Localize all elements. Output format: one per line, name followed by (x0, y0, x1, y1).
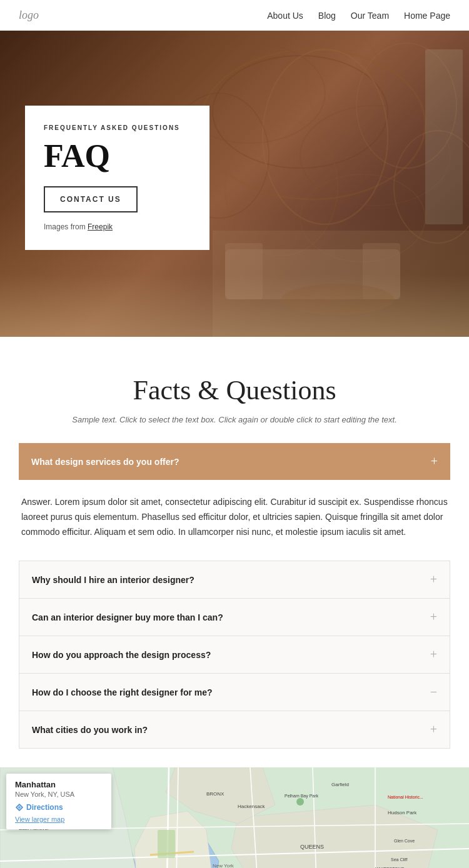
svg-text:BRONX: BRONX (206, 791, 224, 797)
svg-text:Hackensack: Hackensack (238, 804, 266, 809)
navbar: logo About Us Blog Our Team Home Page (0, 0, 469, 31)
faq-open-icon: + (431, 454, 438, 469)
svg-text:National Historic...: National Historic... (388, 795, 423, 799)
nav-blog[interactable]: Blog (318, 11, 336, 21)
view-larger-map-link[interactable]: View larger map (15, 816, 103, 823)
directions-label[interactable]: Directions (26, 803, 63, 812)
image-credit: Images from Freepik (44, 222, 191, 231)
contact-us-button[interactable]: CONTACT US (44, 186, 138, 212)
faq-item-3[interactable]: How do I choose the right designer for m… (19, 674, 450, 711)
faq-item-icon-3: − (430, 685, 437, 699)
faq-section: Facts & Questions Sample text. Click to … (0, 337, 469, 767)
svg-text:Garfield: Garfield (331, 782, 349, 787)
map-directions-button[interactable]: Directions (15, 803, 103, 812)
svg-text:QUEENS: QUEENS (300, 844, 324, 850)
hero-card: FREQUENTLY ASKED QUESTIONS FAQ CONTACT U… (25, 106, 209, 250)
faq-item-label-4: What cities do you work in? (32, 725, 148, 735)
svg-point-0 (200, 49, 425, 199)
faq-item-label-1: Can an interior designer buy more than I… (32, 612, 223, 622)
faq-answer: Answer. Lorem ipsum dolor sit amet, cons… (19, 480, 450, 554)
faq-item-1[interactable]: Can an interior designer buy more than I… (19, 599, 450, 636)
faq-item-label-2: How do you approach the design process? (32, 650, 211, 660)
svg-text:Glen Cove: Glen Cove (394, 839, 415, 843)
map-section: MANHATTAN BROOKLYN QUEENS Newark BRONX N… (0, 767, 469, 868)
svg-text:Pelham Bay Park: Pelham Bay Park (285, 794, 319, 799)
faq-item-2[interactable]: How do you approach the design process? … (19, 636, 450, 674)
map-popup: Manhattan New York, NY, USA Directions V… (6, 774, 111, 829)
faq-item-icon-4: + (430, 722, 437, 737)
nav-about[interactable]: About Us (267, 11, 303, 21)
faq-item-0[interactable]: Why should I hire an interior designer? … (19, 561, 450, 599)
hero-section: FREQUENTLY ASKED QUESTIONS FAQ CONTACT U… (0, 31, 469, 337)
nav-home[interactable]: Home Page (404, 11, 450, 21)
faq-item-4[interactable]: What cities do you work in? + (19, 711, 450, 748)
nav-links: About Us Blog Our Team Home Page (267, 10, 450, 21)
svg-text:Sea Cliff: Sea Cliff (391, 857, 407, 862)
svg-text:Hudson Park: Hudson Park (388, 810, 417, 816)
faq-item-label-3: How do I choose the right designer for m… (32, 687, 213, 697)
faq-open-item[interactable]: What design services do you offer? + (19, 443, 450, 480)
svg-point-37 (296, 798, 304, 806)
map-popup-subtitle: New York, NY, USA (15, 791, 103, 798)
logo: logo (19, 9, 39, 22)
faq-item-icon-0: + (430, 572, 437, 587)
directions-icon (15, 803, 24, 812)
faq-open-label: What design services do you offer? (31, 457, 179, 467)
svg-rect-11 (425, 49, 463, 224)
faq-list: Why should I hire an interior designer? … (19, 561, 450, 749)
faq-title: Facts & Questions (19, 374, 450, 406)
svg-text:New York: New York (213, 863, 234, 868)
faq-item-label-0: Why should I hire an interior designer? (32, 575, 194, 585)
faq-item-icon-1: + (430, 610, 437, 624)
hero-subtitle: FREQUENTLY ASKED QUESTIONS (44, 124, 191, 131)
faq-subtitle: Sample text. Click to select the text bo… (19, 415, 450, 424)
hero-title: FAQ (44, 140, 191, 172)
nav-team[interactable]: Our Team (351, 11, 389, 21)
svg-rect-36 (158, 830, 175, 858)
freepik-link[interactable]: Freepik (88, 222, 113, 231)
faq-item-icon-2: + (430, 647, 437, 662)
svg-point-10 (306, 31, 381, 131)
map-popup-title: Manhattan (15, 780, 103, 789)
